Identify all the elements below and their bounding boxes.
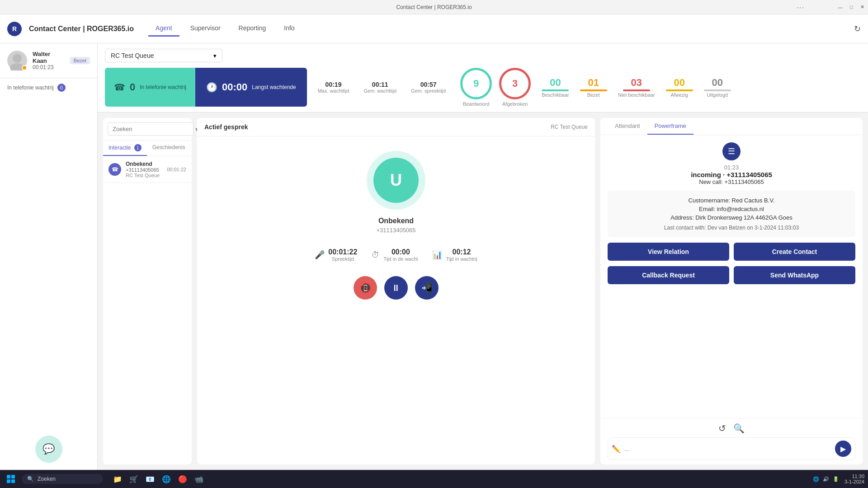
interaction-tab-bar: Interactie 1 Geschiedenis <box>103 141 192 156</box>
call-avatar-outer: U <box>367 151 425 210</box>
header-sync-icon: ↻ <box>854 24 861 34</box>
phone-fab[interactable]: 💬 <box>35 436 62 463</box>
avg-speak-metric: 00:57 Gem. spreektijd <box>411 81 446 94</box>
taskbar-app-mail[interactable]: 📧 <box>143 472 157 486</box>
taskbar-app-teams[interactable]: 🔴 <box>175 472 190 486</box>
call-panel-queue: RC Test Queue <box>551 124 588 130</box>
taskbar-app-explorer[interactable]: 📁 <box>110 472 125 486</box>
svg-rect-3 <box>11 475 15 479</box>
taskbar-system-icons: 🌐 🔊 🔋 <box>813 476 839 482</box>
taskbar-app-store[interactable]: 🛒 <box>127 472 141 486</box>
pf-incoming: incoming · +31113405065 <box>608 171 855 178</box>
taskbar-app-edge[interactable]: 🌐 <box>159 472 174 486</box>
svg-rect-4 <box>7 479 10 483</box>
nav-item-reporting[interactable]: Reporting <box>231 21 274 37</box>
titlebar: Contact Center | ROGER365.io ··· — □ ✕ <box>0 0 868 14</box>
longest-waiting-button[interactable]: 🕐 00:00 Langst wachtende <box>195 68 307 107</box>
queue-time-label: Tijd in wachtrij <box>446 256 477 262</box>
taskbar-search[interactable]: 🔍 Zoeken <box>22 474 103 484</box>
agent-details: Walter Kaan 00:01:23 <box>33 51 65 70</box>
app-header: R Contact Center | ROGER365.io Agent Sup… <box>0 14 868 43</box>
compose-input[interactable] <box>624 446 831 452</box>
powerframe-header: ☰ 01:23 incoming · +31113405065 New call… <box>608 142 855 185</box>
create-contact-button[interactable]: Create Contact <box>734 243 855 261</box>
pf-newcall: New call: +31113405065 <box>608 178 855 185</box>
caller-name: Onbekend <box>378 217 414 225</box>
maximize-button[interactable]: □ <box>850 5 853 10</box>
tab-attendant[interactable]: Attendant <box>608 118 647 135</box>
hold-time-value: 00:00 <box>383 248 418 256</box>
minimize-button[interactable]: — <box>838 5 843 10</box>
unavailable-label: Niet beschikbaar <box>618 92 655 98</box>
interaction-time: 00:01:22 <box>167 167 186 172</box>
send-whatsapp-button[interactable]: Send WhatsApp <box>734 266 855 284</box>
speak-time-label: Spreektijd <box>328 256 357 262</box>
pf-email: Email: info@redcactus.nl <box>617 206 846 212</box>
clock: 11:30 <box>844 474 864 479</box>
tab-powerframe[interactable]: Powerframe <box>647 118 693 135</box>
callback-request-button[interactable]: Callback Request <box>608 266 729 284</box>
close-button[interactable]: ✕ <box>860 4 864 10</box>
speak-time-value: 00:01:22 <box>328 248 357 256</box>
search-icon[interactable]: 🔍 <box>733 423 745 434</box>
busy-label: Bezet <box>580 92 607 98</box>
transfer-button[interactable]: 📲 <box>415 276 439 300</box>
call-buttons: 📵 ⏸ 📲 <box>354 276 439 300</box>
logged-out-bar <box>704 89 731 91</box>
taskbar: 🔍 Zoeken 📁 🛒 📧 🌐 🔴 📹 🌐 🔊 🔋 11:30 3-1-202… <box>0 470 868 488</box>
windows-start-button[interactable] <box>4 472 18 486</box>
date: 3-1-2024 <box>844 479 864 484</box>
broken-stat: 3 Afgebroken <box>499 68 531 107</box>
search-icon: 🔍 <box>27 476 34 482</box>
interaction-details: Onbekend +31113405065 RC Test Queue <box>126 161 162 178</box>
middle-panel: ▾ Interactie 1 Geschiedenis ☎ Onbekend +… <box>98 113 868 470</box>
interaction-phone-icon: ☎ <box>108 163 121 176</box>
chevron-down-icon: ▾ <box>213 52 217 59</box>
busy-bar <box>580 89 607 91</box>
view-relation-button[interactable]: View Relation <box>608 243 729 261</box>
tab-interactie[interactable]: Interactie 1 <box>103 141 147 156</box>
hangup-button[interactable]: 📵 <box>354 276 377 300</box>
nav-item-agent[interactable]: Agent <box>148 21 179 37</box>
busy-stat: 01 Bezet <box>580 77 607 98</box>
queue-timer: 📊 00:12 Tijd in wachtrij <box>432 248 477 262</box>
pf-info-box: Customername: Red Cactus B.V. Email: inf… <box>608 191 855 237</box>
svg-rect-5 <box>11 479 15 483</box>
menu-icon[interactable]: ☰ <box>722 142 741 160</box>
queue-selector[interactable]: RC Test Queue ▾ <box>105 49 222 62</box>
hold-button[interactable]: ⏸ <box>384 276 408 300</box>
nav-item-info[interactable]: Info <box>277 21 302 37</box>
agent-status-stats: 00 Beschikbaar 01 Bezet 03 Niet beschikb… <box>542 68 731 107</box>
content-area: RC Test Queue ▾ ☎ 0 In telefonie wachtri… <box>98 43 868 470</box>
pf-bottom-icons: ↺ 🔍 <box>608 423 855 434</box>
avg-wait-label: Gem. wachttijd <box>363 88 396 94</box>
logged-out-value: 00 <box>704 77 731 89</box>
interaction-item[interactable]: ☎ Onbekend +31113405065 RC Test Queue 00… <box>103 156 192 183</box>
in-telephony-queue-button[interactable]: ☎ 0 In telefonie wachtrij <box>105 68 195 107</box>
absent-value: 00 <box>666 77 693 89</box>
broken-label: Afgebroken <box>502 101 528 107</box>
taskbar-app-camera[interactable]: 📹 <box>192 472 206 486</box>
titlebar-title: Contact Center | ROGER365.io <box>396 4 472 10</box>
nav-item-supervisor[interactable]: Supervisor <box>183 21 228 37</box>
avg-speak-label: Gem. spreektijd <box>411 88 446 94</box>
search-input[interactable] <box>108 122 193 136</box>
powerframe-content: ☰ 01:23 incoming · +31113405065 New call… <box>600 135 863 418</box>
history-icon[interactable]: ↺ <box>718 423 726 434</box>
queue-waiting-label: In telefonie wachtrij <box>140 84 186 90</box>
available-label: Beschikbaar <box>542 92 569 98</box>
avg-wait-metric: 00:11 Gem. wachttijd <box>363 81 396 94</box>
agent-info: Walter Kaan 00:01:23 Bezet <box>0 43 97 78</box>
call-timers: 🎤 00:01:22 Spreektijd ⏱ 00:00 Tijd in de… <box>315 248 477 262</box>
tab-geschiedenis[interactable]: Geschiedenis <box>147 141 191 156</box>
available-bar <box>542 89 569 91</box>
interactie-badge: 1 <box>134 144 142 151</box>
taskbar-apps: 📁 🛒 📧 🌐 🔴 📹 <box>110 472 206 486</box>
interaction-panel: ▾ Interactie 1 Geschiedenis ☎ Onbekend +… <box>103 118 192 465</box>
absent-label: Afwezig <box>666 92 693 98</box>
edit-icon[interactable]: ✏️ <box>612 445 621 453</box>
send-button[interactable]: ▶ <box>835 441 851 457</box>
status-dot <box>22 65 27 70</box>
titlebar-controls[interactable]: — □ ✕ <box>838 4 864 10</box>
sidebar-bottom: 💬 <box>0 428 97 470</box>
